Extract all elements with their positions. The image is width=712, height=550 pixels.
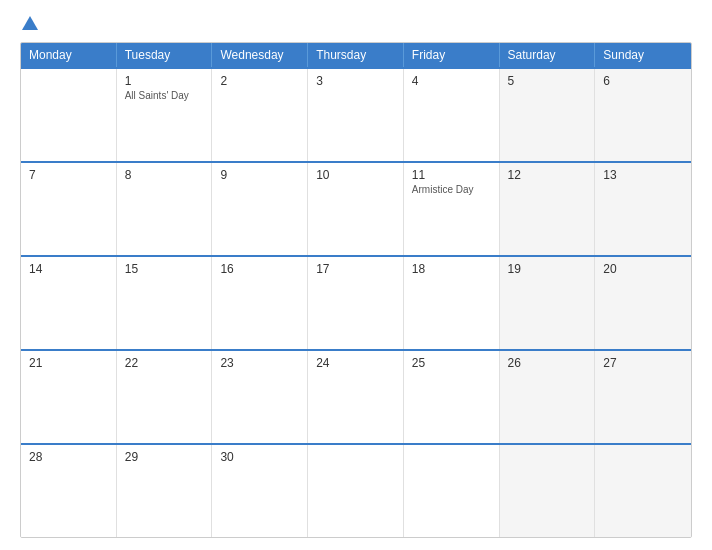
day-number: 16 [220, 262, 299, 276]
day-number: 13 [603, 168, 683, 182]
day-number: 20 [603, 262, 683, 276]
page-header [20, 16, 692, 32]
weekday-header: Friday [404, 43, 500, 67]
day-number: 14 [29, 262, 108, 276]
day-number: 27 [603, 356, 683, 370]
calendar-cell: 30 [212, 445, 308, 537]
day-number: 23 [220, 356, 299, 370]
day-number: 19 [508, 262, 587, 276]
logo [20, 16, 38, 32]
calendar-cell: 22 [117, 351, 213, 443]
day-number: 3 [316, 74, 395, 88]
calendar-cell: 21 [21, 351, 117, 443]
calendar-cell: 11Armistice Day [404, 163, 500, 255]
calendar-cell: 16 [212, 257, 308, 349]
day-number: 9 [220, 168, 299, 182]
calendar-cell: 28 [21, 445, 117, 537]
calendar-cell: 4 [404, 69, 500, 161]
day-number: 30 [220, 450, 299, 464]
calendar-cell: 23 [212, 351, 308, 443]
calendar-cell: 13 [595, 163, 691, 255]
calendar-cell [21, 69, 117, 161]
calendar-cell: 25 [404, 351, 500, 443]
day-number: 28 [29, 450, 108, 464]
calendar-cell: 20 [595, 257, 691, 349]
calendar-cell: 9 [212, 163, 308, 255]
calendar-cell: 19 [500, 257, 596, 349]
day-number: 25 [412, 356, 491, 370]
calendar-week: 282930 [21, 443, 691, 537]
calendar-cell: 18 [404, 257, 500, 349]
weekday-header: Monday [21, 43, 117, 67]
calendar-body: 1All Saints' Day234567891011Armistice Da… [21, 67, 691, 537]
day-number: 5 [508, 74, 587, 88]
calendar-cell: 8 [117, 163, 213, 255]
calendar-cell: 24 [308, 351, 404, 443]
weekday-header: Tuesday [117, 43, 213, 67]
calendar-grid: MondayTuesdayWednesdayThursdayFridaySatu… [20, 42, 692, 538]
day-number: 15 [125, 262, 204, 276]
calendar-cell [404, 445, 500, 537]
day-number: 4 [412, 74, 491, 88]
day-number: 18 [412, 262, 491, 276]
calendar-cell: 29 [117, 445, 213, 537]
calendar-week: 7891011Armistice Day1213 [21, 161, 691, 255]
calendar-cell: 27 [595, 351, 691, 443]
weekday-header: Wednesday [212, 43, 308, 67]
day-number: 21 [29, 356, 108, 370]
calendar-cell [595, 445, 691, 537]
day-number: 8 [125, 168, 204, 182]
weekday-header: Thursday [308, 43, 404, 67]
calendar-cell: 3 [308, 69, 404, 161]
day-number: 11 [412, 168, 491, 182]
day-number: 29 [125, 450, 204, 464]
day-number: 7 [29, 168, 108, 182]
calendar-cell: 17 [308, 257, 404, 349]
day-event: Armistice Day [412, 184, 491, 195]
calendar-cell: 1All Saints' Day [117, 69, 213, 161]
day-number: 6 [603, 74, 683, 88]
day-number: 1 [125, 74, 204, 88]
calendar-page: MondayTuesdayWednesdayThursdayFridaySatu… [0, 0, 712, 550]
calendar-cell: 14 [21, 257, 117, 349]
calendar-cell: 2 [212, 69, 308, 161]
calendar-cell: 5 [500, 69, 596, 161]
day-number: 26 [508, 356, 587, 370]
calendar-cell [308, 445, 404, 537]
calendar-cell [500, 445, 596, 537]
day-event: All Saints' Day [125, 90, 204, 101]
day-number: 12 [508, 168, 587, 182]
calendar-cell: 7 [21, 163, 117, 255]
day-number: 24 [316, 356, 395, 370]
day-number: 17 [316, 262, 395, 276]
calendar-cell: 26 [500, 351, 596, 443]
calendar-cell: 6 [595, 69, 691, 161]
calendar-header: MondayTuesdayWednesdayThursdayFridaySatu… [21, 43, 691, 67]
calendar-week: 1All Saints' Day23456 [21, 67, 691, 161]
calendar-cell: 15 [117, 257, 213, 349]
weekday-header: Saturday [500, 43, 596, 67]
calendar-cell: 10 [308, 163, 404, 255]
day-number: 10 [316, 168, 395, 182]
day-number: 2 [220, 74, 299, 88]
calendar-cell: 12 [500, 163, 596, 255]
calendar-week: 21222324252627 [21, 349, 691, 443]
logo-triangle-icon [22, 16, 38, 30]
weekday-header: Sunday [595, 43, 691, 67]
day-number: 22 [125, 356, 204, 370]
calendar-week: 14151617181920 [21, 255, 691, 349]
